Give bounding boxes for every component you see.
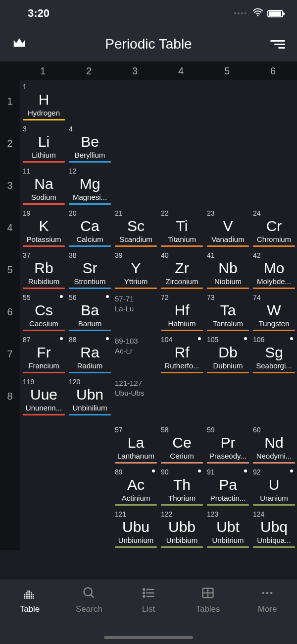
element-cell-la[interactable]: 57 La Lanthanum (112, 423, 158, 466)
svg-point-37 (266, 592, 269, 594)
element-cell-ubq[interactable]: 124 Ubq Unbiqua... (250, 508, 296, 550)
element-cell-th[interactable]: 90 Th Thorium (158, 466, 204, 508)
category-bar (207, 462, 249, 464)
nav-item-table[interactable]: Table (0, 585, 59, 644)
element-name: Rutherfo... (161, 361, 203, 370)
element-name: Praseody... (207, 452, 249, 460)
period-row: 4 19 K Potassium 20 Ca Calcium 21 Sc Sca… (0, 207, 297, 249)
category-bar (161, 372, 203, 373)
element-cell-ra[interactable]: 88 Ra Radium (66, 333, 112, 375)
atomic-number: 11 (23, 168, 65, 175)
element-cell-sr[interactable]: 38 Sr Strontium (66, 249, 112, 291)
category-bar (23, 288, 65, 289)
element-cell-hf[interactable]: 72 Hf Hafnium (158, 291, 204, 333)
crown-icon[interactable] (12, 36, 27, 53)
svg-rect-5 (26, 594, 27, 595)
element-cell-pa[interactable]: 91 Pa Protactin... (204, 466, 250, 508)
period-label: 1 (0, 80, 20, 122)
element-cell-mo[interactable]: 42 Mo Molybde... (250, 249, 296, 291)
element-cell-ca[interactable]: 20 Ca Calcium (66, 207, 112, 249)
element-cell-uue[interactable]: 119 Uue Ununenn... (20, 375, 66, 417)
element-cell-u[interactable]: 92 U Uranium (250, 466, 296, 508)
page-title: Periodic Table (105, 36, 192, 52)
element-cell-sg[interactable]: 106 Sg Seaborgi... (250, 333, 296, 375)
atomic-number: 88 (69, 336, 111, 343)
element-cell-cs[interactable]: 55 Cs Caesium (20, 291, 66, 333)
element-symbol: Na (23, 176, 65, 192)
element-cell-ba[interactable]: 56 Ba Barium (66, 291, 112, 333)
period-row: 7 87 Fr Francium 88 Ra Radium 89-103Ac-L… (0, 333, 297, 375)
status-time: 3:20 (28, 7, 50, 20)
element-cell-ac[interactable]: 89 Ac Actinium (112, 466, 158, 508)
element-cell-fr[interactable]: 87 Fr Francium (20, 333, 66, 375)
atomic-number: 89 (115, 468, 157, 475)
atomic-number: 21 (115, 210, 157, 217)
element-cell-rf[interactable]: 104 Rf Rutherfo... (158, 333, 204, 375)
element-symbol: Li (23, 133, 65, 150)
element-symbol: Rf (161, 344, 203, 360)
element-cell-v[interactable]: 23 V Vanadium (204, 207, 250, 249)
element-symbol: Uue (23, 386, 65, 403)
element-name: Seaborgi... (253, 361, 295, 370)
element-cell-nb[interactable]: 41 Nb Niobium (204, 249, 250, 291)
series-row: 57 La Lanthanum 58 Ce Cerium 59 Pr Prase… (0, 423, 297, 466)
element-symbol: Ubn (69, 386, 111, 403)
period-row: 1 1 H Hydrogen (0, 80, 297, 122)
period-row: 3 11 Na Sodium 12 Mg Magnesi... (0, 165, 297, 207)
element-cell-sc[interactable]: 21 Sc Scandium (112, 207, 158, 249)
element-cell-na[interactable]: 11 Na Sodium (20, 165, 66, 207)
category-bar (115, 288, 157, 289)
atomic-number: 105 (207, 336, 249, 343)
element-cell-ti[interactable]: 22 Ti Titanium (158, 207, 204, 249)
svg-point-31 (143, 596, 145, 597)
element-cell-k[interactable]: 19 K Potassium (20, 207, 66, 249)
atomic-number: 106 (253, 336, 295, 343)
element-cell-li[interactable]: 3 Li Lithium (20, 122, 66, 165)
element-cell-ubn[interactable]: 120 Ubn Unbinilium (66, 375, 112, 417)
element-cell-pr[interactable]: 59 Pr Praseody... (204, 423, 250, 466)
element-symbol: H (23, 91, 65, 108)
element-cell-ubt[interactable]: 123 Ubt Unbitrium (204, 508, 250, 550)
element-symbol: Sc (115, 218, 157, 234)
element-cell-ubu[interactable]: 121 Ubu Unbiunium (112, 508, 158, 550)
element-cell-ubb[interactable]: 122 Ubb Unbibium (158, 508, 204, 550)
element-symbol: Ubb (161, 519, 203, 535)
svg-rect-18 (31, 592, 32, 593)
nav-item-tables[interactable]: Tables (178, 585, 238, 644)
period-row: 2 3 Li Lithium 4 Be Beryllium (0, 122, 297, 165)
element-cell-zr[interactable]: 40 Zr Zirconium (158, 249, 204, 291)
element-cell-ce[interactable]: 58 Ce Cerium (158, 423, 204, 466)
element-cell-h[interactable]: 1 H Hydrogen (20, 80, 66, 122)
bottom-nav: TableSearchListTablesMore (0, 580, 297, 644)
element-name: Radium (69, 361, 111, 370)
element-cell-rb[interactable]: 37 Rb Rubidium (20, 249, 66, 291)
svg-rect-16 (29, 596, 30, 597)
element-cell-be[interactable]: 4 Be Beryllium (66, 122, 112, 165)
sort-icon[interactable] (270, 40, 285, 49)
atomic-number: 22 (161, 210, 203, 217)
element-name: Lithium (23, 151, 65, 159)
element-symbol: La (115, 434, 157, 451)
period-label: 8 (0, 375, 20, 417)
atomic-number: 3 (23, 125, 65, 132)
radioactive-dot-icon (60, 337, 63, 340)
svg-rect-24 (33, 597, 34, 598)
element-cell-w[interactable]: 74 W Tungsten (250, 291, 296, 333)
nav-item-search[interactable]: Search (59, 585, 119, 644)
nav-item-more[interactable]: More (238, 585, 297, 644)
category-bar (161, 504, 203, 506)
search-icon (82, 585, 96, 600)
element-symbol: Pa (207, 476, 249, 493)
element-cell-mg[interactable]: 12 Mg Magnesi... (66, 165, 112, 207)
element-cell-nd[interactable]: 60 Nd Neodymi... (250, 423, 296, 466)
element-symbol: Ubu (115, 519, 157, 535)
element-cell-db[interactable]: 105 Db Dubnium (204, 333, 250, 375)
period-label: 7 (0, 333, 20, 375)
element-cell-ta[interactable]: 73 Ta Tantalum (204, 291, 250, 333)
nav-item-list[interactable]: List (119, 585, 178, 644)
col-header: 6 (250, 65, 296, 77)
element-cell-cr[interactable]: 24 Cr Chromium (250, 207, 296, 249)
element-cell-y[interactable]: 39 Y Yttrium (112, 249, 158, 291)
svg-rect-19 (31, 594, 32, 595)
column-headers: 1 2 3 4 5 6 (0, 61, 297, 80)
